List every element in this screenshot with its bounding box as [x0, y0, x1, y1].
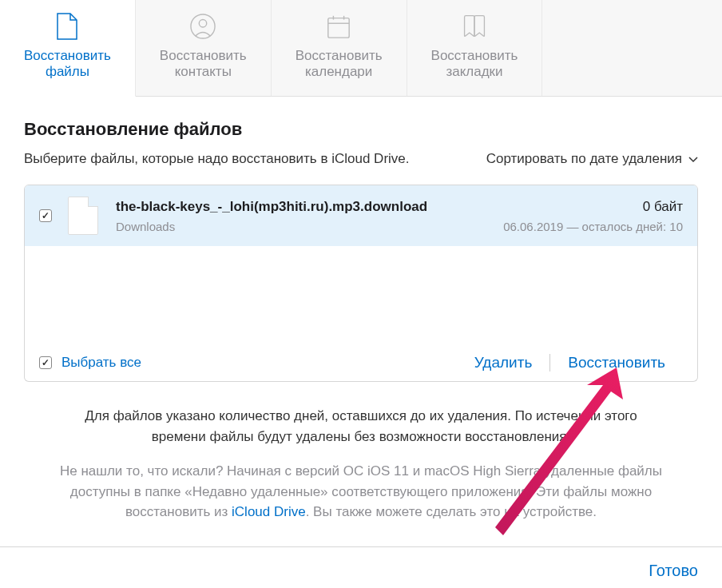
contact-icon — [190, 10, 216, 43]
tab-restore-files[interactable]: Восстановить файлы — [0, 0, 136, 97]
tab-label: Восстановить контакты — [160, 48, 247, 80]
generic-file-icon — [68, 197, 98, 235]
tab-bar: Восстановить файлы Восстановить контакты — [0, 0, 722, 97]
instruction-text: Выберите файлы, которые надо восстановит… — [24, 151, 410, 167]
icloud-drive-link[interactable]: iCloud Drive — [232, 504, 306, 519]
done-button[interactable]: Готово — [649, 562, 698, 580]
actions-bar: Выбрать все Удалить Восстановить — [24, 344, 698, 382]
file-icon — [54, 10, 80, 43]
svg-point-1 — [200, 20, 207, 27]
bottom-bar: Готово — [0, 546, 722, 589]
file-name: the-black-keys_-_lohi(mp3hiti.ru).mp3.do… — [116, 199, 427, 215]
file-date-remaining: 06.06.2019 — осталось дней: 10 — [503, 220, 683, 233]
select-all-checkbox[interactable] — [39, 356, 52, 369]
delete-button[interactable]: Удалить — [457, 354, 550, 371]
select-all[interactable]: Выбрать все — [39, 355, 141, 371]
file-list: the-black-keys_-_lohi(mp3hiti.ru).mp3.do… — [24, 185, 698, 349]
page-heading: Восстановление файлов — [24, 119, 698, 140]
tab-label: Восстановить календари — [296, 48, 383, 80]
footer-text-b: . Вы также можете сделать это на устройс… — [306, 504, 597, 519]
main-content: Восстановление файлов Выберите файлы, ко… — [0, 97, 722, 546]
sort-label: Сортировать по дате удаления — [486, 151, 682, 167]
select-all-label: Выбрать все — [61, 355, 141, 371]
tab-restore-bookmarks[interactable]: Восстановить закладки — [407, 0, 543, 96]
tab-restore-contacts[interactable]: Восстановить контакты — [136, 0, 272, 96]
tab-restore-calendars[interactable]: Восстановить календари — [272, 0, 407, 96]
sort-dropdown[interactable]: Сортировать по дате удаления — [486, 151, 698, 167]
file-folder: Downloads — [116, 220, 175, 233]
chevron-down-icon — [688, 151, 698, 167]
tab-label: Восстановить файлы — [24, 48, 111, 80]
footer-info-primary: Для файлов указано количество дней, оста… — [24, 382, 698, 447]
calendar-icon — [326, 10, 351, 43]
svg-rect-2 — [328, 18, 349, 38]
tab-label: Восстановить закладки — [431, 48, 518, 80]
bookmark-icon — [462, 10, 487, 43]
file-checkbox[interactable] — [39, 209, 52, 222]
footer-info-secondary: Не нашли то, что искали? Начиная с верси… — [24, 447, 698, 546]
svg-point-0 — [191, 14, 215, 38]
file-item[interactable]: the-black-keys_-_lohi(mp3hiti.ru).mp3.do… — [25, 185, 697, 246]
restore-button[interactable]: Восстановить — [549, 354, 683, 371]
file-size: 0 байт — [643, 199, 683, 215]
